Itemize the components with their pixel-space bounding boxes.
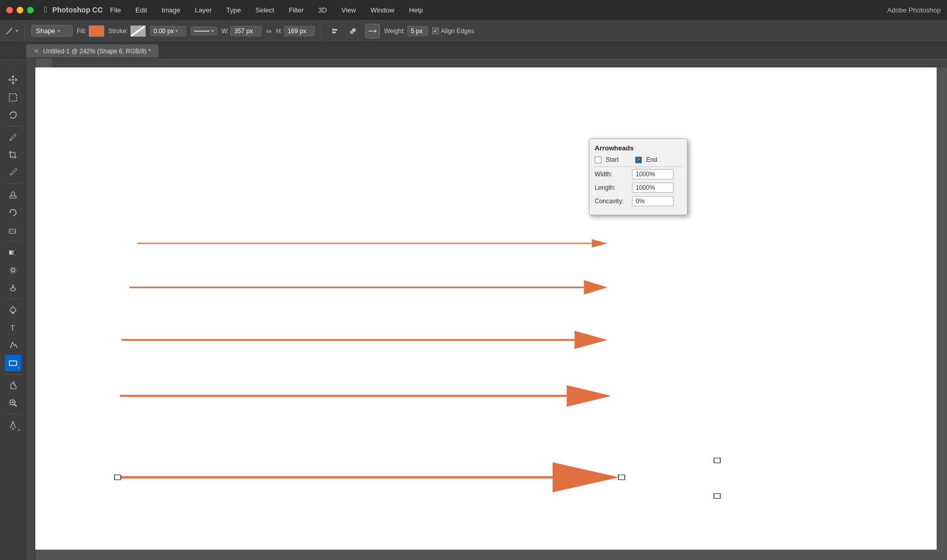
arrowhead-settings-button[interactable] (365, 24, 380, 38)
canvas-svg (35, 67, 937, 550)
svg-rect-27 (9, 361, 17, 366)
menu-file[interactable]: File (108, 5, 123, 15)
link-dimensions-icon[interactable]: ⇔ (266, 27, 272, 35)
shape-tool[interactable]: ▾ (5, 355, 21, 371)
stroke-swatch[interactable] (130, 25, 146, 37)
blur-tool[interactable] (5, 262, 21, 278)
height-field: H: 169 px (276, 26, 315, 36)
svg-line-0 (6, 29, 12, 34)
ruler-horizontal (52, 58, 947, 67)
tool-preset[interactable]: ▾ (4, 26, 18, 36)
pen-tool[interactable] (5, 302, 21, 318)
zoom-tool[interactable] (5, 395, 21, 411)
stroke-size-field[interactable]: 0.00 px ▾ (150, 26, 186, 36)
svg-point-14 (10, 174, 11, 176)
close-button[interactable] (6, 7, 13, 13)
popup-start-end-row: Start End (595, 156, 682, 163)
hand-tool[interactable] (5, 377, 21, 394)
align-left-button[interactable] (328, 24, 342, 38)
menu-image[interactable]: Image (159, 5, 182, 15)
marquee-tool[interactable] (5, 89, 21, 106)
svg-point-20 (10, 267, 16, 273)
toolbar-sep1 (5, 126, 21, 127)
pen-icon (4, 26, 15, 36)
title-bar-left:  Photoshop CC File Edit Image Layer Typ… (6, 5, 425, 15)
lasso-tool[interactable] (5, 107, 21, 123)
brush-tool[interactable] (5, 129, 21, 146)
arrange-button[interactable] (347, 24, 361, 38)
align-edges-checkbox[interactable] (432, 27, 439, 34)
svg-point-22 (10, 288, 16, 291)
stroke-line-preview (194, 31, 210, 32)
width-input[interactable] (632, 169, 674, 179)
width-value[interactable]: 357 px (230, 26, 262, 36)
menu-view[interactable]: View (339, 5, 358, 15)
menu-edit[interactable]: Edit (133, 5, 149, 15)
fill-label: Fill: (77, 27, 87, 35)
menu-help[interactable]: Help (407, 5, 425, 15)
menu-type[interactable]: Type (224, 5, 243, 15)
tab-close-button[interactable]: ✕ (34, 48, 39, 55)
height-value[interactable]: 169 px (284, 26, 315, 36)
popup-title: Arrowheads (595, 144, 682, 152)
path-selection-tool[interactable] (5, 337, 21, 354)
start-checkbox[interactable] (595, 157, 601, 163)
arrowheads-popup: Arrowheads Start End Width: Length: (589, 138, 688, 215)
stroke-area: Stroke: (108, 25, 146, 37)
canvas[interactable] (35, 67, 937, 550)
crop-tool[interactable] (5, 147, 21, 163)
move-tool[interactable] (5, 72, 21, 88)
shape-mode-dropdown[interactable]: Shape ▾ (31, 25, 73, 37)
maximize-button[interactable] (27, 7, 34, 13)
document-tab[interactable]: ✕ Untitled-1 @ 242% (Shape 6, RGB/8) * (26, 44, 159, 58)
history-brush-tool[interactable] (5, 204, 21, 221)
svg-point-10 (12, 79, 13, 81)
width-label: Width: (595, 171, 626, 178)
svg-marker-16 (10, 211, 11, 213)
window-title: Adobe Photoshop (887, 6, 941, 14)
sep1 (24, 24, 25, 38)
sep2 (321, 24, 322, 38)
vector-pen-tool[interactable]: ▾ (5, 417, 21, 433)
menu-3d[interactable]: 3D (316, 5, 329, 15)
stroke-style-arrow: ▾ (211, 28, 214, 34)
width-label: W: (222, 27, 229, 35)
tool-preset-arrow[interactable]: ▾ (16, 28, 18, 34)
svg-rect-43 (115, 475, 121, 480)
stamp-tool[interactable] (5, 187, 21, 203)
eyedropper-tool[interactable] (5, 164, 21, 181)
length-input[interactable] (632, 183, 674, 193)
stroke-size-arrow: ▾ (175, 28, 178, 34)
width-field: W: 357 px (222, 26, 262, 36)
svg-rect-4 (332, 28, 333, 34)
app-title: Photoshop CC (52, 6, 103, 14)
weight-value[interactable]: 5 px (407, 26, 428, 36)
gradient-tool[interactable] (5, 244, 21, 261)
stroke-style-dropdown[interactable]: ▾ (190, 26, 217, 35)
menu-select[interactable]: Select (253, 5, 276, 15)
fill-swatch[interactable] (89, 25, 104, 37)
toolbar-expand[interactable]: ·· (11, 62, 14, 68)
svg-rect-2 (332, 29, 337, 31)
dodge-tool[interactable] (5, 279, 21, 296)
weight-label: Weight: (384, 27, 405, 35)
toolbar-sep3 (5, 241, 21, 242)
concavity-input[interactable] (632, 196, 674, 206)
menu-layer[interactable]: Layer (193, 5, 214, 15)
end-checkbox[interactable] (635, 157, 642, 163)
menu-filter[interactable]: Filter (286, 5, 306, 15)
svg-marker-38 (574, 331, 607, 349)
type-tool[interactable]: T (5, 319, 21, 336)
main-layout: ·· (0, 58, 947, 560)
apple-logo:  (44, 5, 47, 15)
svg-line-12 (10, 117, 11, 118)
svg-marker-34 (592, 239, 607, 247)
options-bar: ▾ Shape ▾ Fill: Stroke: 0.00 px ▾ ▾ W: 3… (0, 20, 947, 43)
align-edges-label: Align Edges (441, 27, 474, 35)
eraser-tool[interactable] (5, 222, 21, 239)
svg-rect-15 (10, 196, 16, 198)
minimize-button[interactable] (17, 7, 23, 13)
menu-window[interactable]: Window (368, 5, 396, 15)
toolbar: ·· (0, 58, 26, 560)
popup-width-row: Width: (595, 169, 682, 179)
